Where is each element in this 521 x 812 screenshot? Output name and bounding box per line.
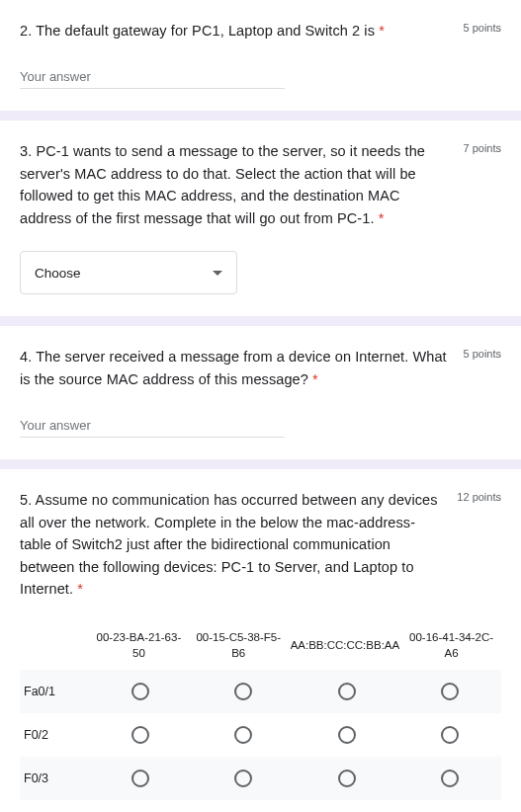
question-4-points: 5 points [463, 346, 501, 360]
radio-option[interactable] [338, 726, 356, 744]
question-2-text: 2. The default gateway for PC1, Laptop a… [20, 20, 463, 41]
question-2-header: 2. The default gateway for PC1, Laptop a… [20, 20, 501, 41]
radio-option[interactable] [234, 770, 252, 787]
radio-option[interactable] [441, 726, 459, 744]
grid-header-row: 00-23-BA-21-63-50 00-15-C5-38-F5-B6 AA:B… [20, 622, 501, 670]
radio-option[interactable] [338, 683, 356, 700]
question-4-body: 4. The server received a message from a … [20, 349, 447, 386]
grid-col-header: AA:BB:CC:CC:BB:AA [289, 634, 402, 658]
grid-row-label: F0/2 [20, 728, 89, 742]
question-3-text: 3. PC-1 wants to send a message to the s… [20, 140, 463, 229]
question-4-card: 4. The server received a message from a … [0, 326, 521, 459]
radio-option[interactable] [131, 770, 149, 787]
radio-option[interactable] [131, 726, 149, 744]
grid-row: F0/4 [20, 800, 501, 812]
question-4-text: 4. The server received a message from a … [20, 346, 463, 390]
question-2-answer-input[interactable] [20, 65, 285, 89]
grid-col-header: 00-16-41-34-2C-A6 [401, 626, 501, 665]
question-3-body: 3. PC-1 wants to send a message to the s… [20, 143, 425, 225]
question-3-points: 7 points [463, 140, 501, 154]
required-mark: * [77, 581, 83, 597]
radio-option[interactable] [131, 683, 149, 700]
question-2-card: 2. The default gateway for PC1, Laptop a… [0, 0, 521, 111]
question-5-grid: 00-23-BA-21-63-50 00-15-C5-38-F5-B6 AA:B… [20, 622, 501, 812]
question-4-header: 4. The server received a message from a … [20, 346, 501, 390]
question-4-answer-input[interactable] [20, 414, 285, 438]
question-5-header: 5. Assume no communication has occurred … [20, 489, 501, 600]
radio-option[interactable] [234, 683, 252, 700]
required-mark: * [379, 23, 385, 39]
grid-row: F0/3 [20, 757, 501, 800]
grid-row: F0/2 [20, 713, 501, 757]
question-5-text: 5. Assume no communication has occurred … [20, 489, 457, 600]
question-5-card: 5. Assume no communication has occurred … [0, 469, 521, 812]
question-2-points: 5 points [463, 20, 501, 34]
radio-option[interactable] [234, 726, 252, 744]
grid-col-header: 00-23-BA-21-63-50 [89, 626, 189, 665]
question-3-header: 3. PC-1 wants to send a message to the s… [20, 140, 501, 229]
grid-row-label: Fa0/1 [20, 685, 89, 698]
radio-option[interactable] [441, 770, 459, 787]
grid-row-label: F0/3 [20, 771, 89, 785]
grid-row: Fa0/1 [20, 670, 501, 713]
chevron-down-icon [213, 271, 222, 276]
question-3-card: 3. PC-1 wants to send a message to the s… [0, 121, 521, 316]
grid-col-header: 00-15-C5-38-F5-B6 [189, 626, 289, 665]
question-2-body: 2. The default gateway for PC1, Laptop a… [20, 23, 379, 39]
radio-option[interactable] [338, 770, 356, 787]
radio-option[interactable] [441, 683, 459, 700]
required-mark: * [312, 371, 318, 387]
question-5-points: 12 points [457, 489, 501, 503]
dropdown-label: Choose [35, 266, 81, 281]
question-3-dropdown[interactable]: Choose [20, 251, 237, 294]
required-mark: * [379, 210, 385, 226]
